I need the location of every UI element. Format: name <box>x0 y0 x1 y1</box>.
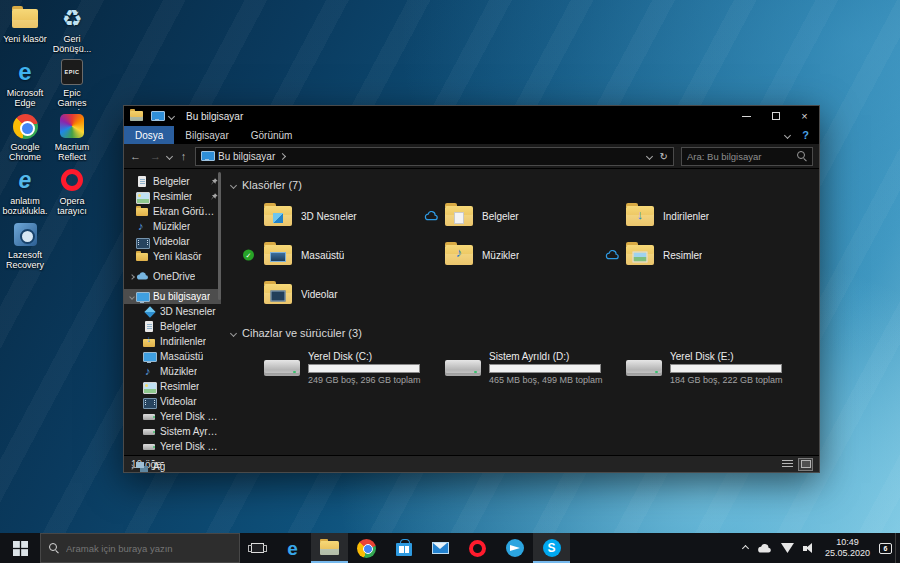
breadcrumb-chevron-icon[interactable] <box>279 152 286 159</box>
sidebar-item-videolar-qa[interactable]: Videolar <box>124 234 221 249</box>
sidebar-scrollbar[interactable] <box>218 172 221 300</box>
taskbar-edge-icon[interactable]: e <box>274 533 311 563</box>
folder-tile-muzikler[interactable]: Müzikler <box>424 239 605 271</box>
desktop-icon-macrium-reflect[interactable]: Macrium Reflect <box>49 112 95 166</box>
close-button[interactable]: × <box>790 106 819 126</box>
details-view-button[interactable] <box>781 459 794 470</box>
taskbar-search-input[interactable] <box>66 543 231 554</box>
drive-tile-c[interactable]: Yerel Disk (C:) 249 GB boş, 296 GB topla… <box>243 348 424 388</box>
sidebar-item-belgeler-pinned[interactable]: Belgeler <box>124 174 221 189</box>
computer-icon[interactable] <box>151 111 163 121</box>
taskbar-chrome-icon[interactable] <box>348 533 385 563</box>
folder-tile-3d-nesneler[interactable]: 3D Nesneler <box>243 200 424 232</box>
desktop-icon-label: Opera tarayıcı <box>49 196 95 216</box>
taskbar-search-box[interactable] <box>40 533 240 563</box>
desktop-icon-yeni-klasor[interactable]: Yeni klasör <box>2 4 48 58</box>
taskbar-clock[interactable]: 10:49 25.05.2020 <box>825 537 870 559</box>
desktop: Yeni klasör e Microsoft Edge Google Chro… <box>0 0 900 563</box>
volume-tray-icon[interactable] <box>803 543 816 554</box>
collapse-section-chevron-icon[interactable] <box>230 329 237 336</box>
customize-toolbar-chevron-icon[interactable] <box>168 112 175 119</box>
expand-chevron-icon[interactable] <box>129 274 135 280</box>
tab-gorunum[interactable]: Görünüm <box>240 126 304 144</box>
folder-tile-indirilenler[interactable]: İndirilenler <box>605 200 786 232</box>
sidebar-item-yeni-klasor[interactable]: Yeni klasör <box>124 249 221 264</box>
drives-section-header[interactable]: Cihazlar ve sürücüler (3) <box>231 324 809 342</box>
taskbar-mail-icon[interactable] <box>422 533 459 563</box>
folder-tile-masaustu[interactable]: ✓ Masaüstü <box>243 239 424 271</box>
taskbar-microsoft-store-icon[interactable] <box>385 533 422 563</box>
videos-icon <box>136 236 149 248</box>
start-button[interactable] <box>0 533 40 563</box>
explorer-search-input[interactable] <box>687 151 793 162</box>
desktop-icon-anlatim-bozukluklari[interactable]: e anlatım bozuklukla... <box>2 166 48 220</box>
task-view-button[interactable] <box>240 533 274 563</box>
show-desktop-button[interactable] <box>895 533 900 563</box>
folder-tile-belgeler[interactable]: Belgeler <box>424 200 605 232</box>
sidebar-item-sistem-ayrildi-d[interactable]: Sistem Ayrıldı (D <box>124 424 221 439</box>
hidden-icons-chevron-icon[interactable] <box>742 544 749 551</box>
taskbar-opera-icon[interactable] <box>459 533 496 563</box>
sidebar-item-masaustu[interactable]: Masaüstü <box>124 349 221 364</box>
taskbar-skype-icon[interactable]: S <box>533 533 570 563</box>
search-icon[interactable] <box>797 151 807 161</box>
address-dropdown-chevron-icon[interactable] <box>646 152 653 159</box>
taskbar-file-explorer-icon[interactable] <box>311 533 348 563</box>
videos-folder-icon <box>264 283 292 305</box>
desktop-icon-microsoft-edge[interactable]: e Microsoft Edge <box>2 58 48 112</box>
sidebar-item-indirilenler[interactable]: İndirilenler <box>124 334 221 349</box>
hard-drive-icon <box>143 411 156 423</box>
sidebar-item-yerel-disk-e[interactable]: Yerel Disk (E:) <box>124 439 221 454</box>
onedrive-tray-icon[interactable] <box>757 543 772 554</box>
collapse-chevron-icon[interactable] <box>129 294 135 300</box>
back-button[interactable]: ← <box>127 150 144 162</box>
forward-button[interactable]: → <box>147 150 164 162</box>
folder-tile-videolar[interactable]: Videolar <box>243 278 424 310</box>
sidebar-item-muzikler[interactable]: Müzikler <box>124 364 221 379</box>
collapse-section-chevron-icon[interactable] <box>230 181 237 188</box>
network-tray-icon[interactable] <box>781 543 794 553</box>
desktop-icon-label: anlatım bozuklukla... <box>2 196 48 218</box>
sidebar-item-ag[interactable]: Ağ <box>124 459 221 474</box>
sidebar-item-3d-nesneler[interactable]: 3D Nesneler <box>124 304 221 319</box>
large-icons-view-button[interactable] <box>799 459 812 470</box>
explorer-search-box[interactable] <box>681 147 813 166</box>
taskbar-telegram-icon[interactable] <box>496 533 533 563</box>
desktop-icon-lazesoft-recovery[interactable]: Lazesoft Recovery ... <box>2 220 48 274</box>
minimize-button[interactable] <box>732 106 761 126</box>
folder-tile-resimler[interactable]: Resimler <box>605 239 786 271</box>
sidebar-item-resimler-pinned[interactable]: Resimler <box>124 189 221 204</box>
sidebar-item-muzikler-qa[interactable]: Müzikler <box>124 219 221 234</box>
onedrive-cloud-status-icon <box>605 250 620 260</box>
sidebar-item-yerel-disk-c[interactable]: Yerel Disk (C:) <box>124 409 221 424</box>
maximize-button[interactable] <box>761 106 790 126</box>
sidebar-item-videolar[interactable]: Videolar <box>124 394 221 409</box>
sidebar-item-ekran-goruntule[interactable]: Ekran Görüntüle <box>124 204 221 219</box>
up-button[interactable]: ↑ <box>175 150 192 162</box>
desktop-icon-google-chrome[interactable]: Google Chrome <box>2 112 48 166</box>
folders-section-header[interactable]: Klasörler (7) <box>231 176 809 194</box>
refresh-icon[interactable]: ↻ <box>660 151 668 162</box>
desktop-icon-opera[interactable]: Opera tarayıcı <box>49 166 95 220</box>
recycle-bin-icon: ♻ <box>57 4 87 32</box>
address-bar[interactable]: Bu bilgisayar ↻ <box>195 147 674 166</box>
action-center-icon[interactable]: 6 <box>879 543 892 554</box>
sidebar-item-onedrive[interactable]: OneDrive <box>124 269 221 284</box>
title-bar[interactable]: Bu bilgisayar × <box>124 106 819 126</box>
hard-drive-icon <box>143 441 156 453</box>
sidebar-item-bu-bilgisayar[interactable]: Bu bilgisayar <box>124 289 221 304</box>
hard-drive-icon <box>143 426 156 438</box>
drive-tile-d[interactable]: Sistem Ayrıldı (D:) 465 MB boş, 499 MB t… <box>424 348 605 388</box>
breadcrumb-this-pc[interactable]: Bu bilgisayar <box>218 151 275 162</box>
tab-dosya[interactable]: Dosya <box>124 126 174 144</box>
help-icon[interactable]: ? <box>802 129 809 141</box>
sidebar-item-resimler[interactable]: Resimler <box>124 379 221 394</box>
tab-bilgisayar[interactable]: Bilgisayar <box>174 126 239 144</box>
desktop-icon-recycle-bin[interactable]: ♻ Geri Dönüşü... <box>49 4 95 58</box>
recent-locations-chevron-icon[interactable] <box>166 152 173 159</box>
desktop-icon-epic-games[interactable]: EPIC Epic Games Launcher <box>49 58 95 112</box>
expand-chevron-icon[interactable] <box>129 464 135 470</box>
sidebar-item-belgeler[interactable]: Belgeler <box>124 319 221 334</box>
expand-ribbon-chevron-icon[interactable] <box>784 131 791 138</box>
drive-tile-e[interactable]: Yerel Disk (E:) 184 GB boş, 222 GB topla… <box>605 348 786 388</box>
